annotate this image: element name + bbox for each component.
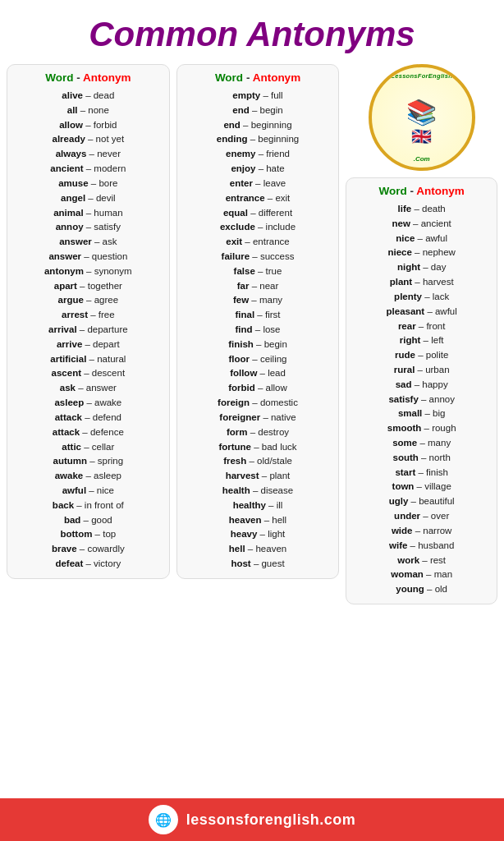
list-item: new – ancient: [351, 217, 492, 232]
list-item: autumn – spring: [12, 454, 164, 469]
list-item: artificial – natural: [12, 352, 164, 367]
logo-books-icon: 📚: [406, 98, 437, 126]
col1-antonym-label: Antonym: [83, 71, 131, 84]
list-item: life – death: [351, 202, 492, 217]
list-item: healthy – ill: [182, 499, 334, 513]
list-item: forbid – allow: [182, 381, 334, 396]
list-item: under – over: [351, 509, 492, 524]
list-item: answer – question: [12, 250, 164, 264]
list-item: exclude – include: [182, 220, 334, 235]
list-item: finish – begin: [182, 338, 334, 352]
list-item: south – north: [351, 451, 492, 466]
list-item: far – near: [182, 279, 334, 294]
list-item: argue – agree: [12, 293, 164, 308]
list-item: rude – polite: [351, 348, 492, 363]
list-item: follow – lead: [182, 366, 334, 381]
list-item: back – in front of: [12, 499, 164, 513]
col2-word-label: Word: [215, 71, 243, 84]
col3-list: life – deathnew – ancientnice – awfulnie…: [351, 202, 492, 597]
col3-word-label: Word: [379, 185, 407, 197]
list-item: night – day: [351, 260, 492, 275]
list-item: ending – beginning: [182, 132, 334, 147]
list-item: failure – success: [182, 250, 334, 264]
column-3: Word - Antonym life – deathnew – ancient…: [346, 177, 497, 604]
columns-container: Word - Antonym alive – deadall – noneall…: [0, 64, 504, 790]
list-item: bad – good: [12, 513, 164, 528]
list-item: hell – heaven: [182, 542, 334, 557]
footer-text: lessonsforenglish.com: [186, 811, 356, 829]
list-item: woman – man: [351, 568, 492, 582]
list-item: wife – husband: [351, 539, 492, 554]
col1-list: alive – deadall – noneallow – forbidalre…: [12, 89, 164, 572]
list-item: ask – answer: [12, 381, 164, 396]
list-item: answer – ask: [12, 235, 164, 250]
list-item: pleasant – awful: [351, 305, 492, 319]
page-title: Common Antonyms: [89, 15, 415, 54]
list-item: start – finish: [351, 466, 492, 480]
list-item: arrest – free: [12, 308, 164, 323]
list-item: empty – full: [182, 89, 334, 103]
list-item: town – village: [351, 480, 492, 494]
list-item: end – beginning: [182, 118, 334, 133]
list-item: nice – awful: [351, 232, 492, 246]
col2-list: empty – fullend – beginend – beginningen…: [182, 89, 334, 572]
logo-arc-top: LessonsForEnglish: [372, 72, 472, 80]
logo-flag-icon: 🇬🇧: [411, 126, 432, 146]
list-item: right – left: [351, 333, 492, 348]
list-item: already – not yet: [12, 132, 164, 147]
list-item: harvest – plant: [182, 469, 334, 484]
list-item: arrival – departure: [12, 323, 164, 338]
list-item: some – many: [351, 436, 492, 451]
footer-logo-icon: 🌐: [149, 805, 178, 834]
list-item: small – big: [351, 407, 492, 421]
list-item: amuse – bore: [12, 177, 164, 191]
list-item: enemy – friend: [182, 147, 334, 162]
list-item: false – true: [182, 264, 334, 279]
logo-circle: LessonsForEnglish 📚 🇬🇧 .Com: [369, 64, 475, 171]
list-item: equal – different: [182, 206, 334, 221]
col2-antonym-label: Antonym: [253, 71, 301, 84]
list-item: foreigner – native: [182, 411, 334, 425]
list-item: entrance – exit: [182, 191, 334, 206]
list-item: antonym – synonym: [12, 264, 164, 279]
list-item: end – begin: [182, 103, 334, 118]
list-item: fortune – bad luck: [182, 440, 334, 455]
list-item: angel – devil: [12, 191, 164, 206]
list-item: animal – human: [12, 206, 164, 221]
list-item: smooth – rough: [351, 421, 492, 436]
footer: 🌐 lessonsforenglish.com: [0, 798, 504, 841]
right-side: LessonsForEnglish 📚 🇬🇧 .Com Word - Anton…: [346, 64, 497, 604]
list-item: enjoy – hate: [182, 162, 334, 177]
list-item: defeat – victory: [12, 557, 164, 572]
list-item: sad – happy: [351, 378, 492, 393]
col1-header: Word - Antonym: [45, 71, 131, 84]
list-item: arrive – depart: [12, 338, 164, 352]
list-item: ugly – beautiful: [351, 494, 492, 509]
list-item: always – never: [12, 147, 164, 162]
list-item: attack – defend: [12, 411, 164, 425]
list-item: annoy – satisfy: [12, 220, 164, 235]
list-item: health – disease: [182, 484, 334, 499]
list-item: few – many: [182, 293, 334, 308]
list-item: find – lose: [182, 323, 334, 338]
list-item: rural – urban: [351, 363, 492, 378]
list-item: niece – nephew: [351, 246, 492, 260]
list-item: fresh – old/stale: [182, 454, 334, 469]
col1-word-label: Word: [45, 71, 73, 84]
list-item: enter – leave: [182, 177, 334, 191]
list-item: foreign – domestic: [182, 396, 334, 411]
list-item: brave – cowardly: [12, 542, 164, 557]
list-item: final – first: [182, 308, 334, 323]
list-item: bottom – top: [12, 527, 164, 542]
list-item: attic – cellar: [12, 440, 164, 455]
list-item: awful – nice: [12, 484, 164, 499]
list-item: exit – entrance: [182, 235, 334, 250]
list-item: plant – harvest: [351, 275, 492, 290]
list-item: asleep – awake: [12, 396, 164, 411]
list-item: satisfy – annoy: [351, 393, 492, 407]
logo-arc-bottom: .Com: [372, 155, 472, 163]
list-item: floor – ceiling: [182, 352, 334, 367]
column-2: Word - Antonym empty – fullend – beginen…: [176, 64, 340, 579]
list-item: heaven – hell: [182, 513, 334, 528]
list-item: rear – front: [351, 319, 492, 334]
